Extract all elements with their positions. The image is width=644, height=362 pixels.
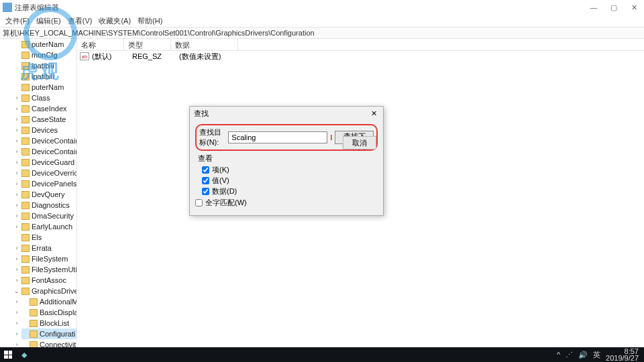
chevron-right-icon[interactable]: › [13,298,20,305]
chevron-right-icon[interactable]: › [13,223,20,230]
tree-node[interactable]: ›FileSystemUtil [21,264,76,275]
tree-node-label: DeviceOverrid [32,169,77,177]
check-wholeword[interactable]: 全字匹配(W) [195,198,378,208]
app-icon [3,3,12,12]
folder-icon [21,159,30,166]
chevron-right-icon[interactable]: › [13,266,20,273]
chevron-right-icon[interactable]: › [13,105,20,112]
cancel-button[interactable]: 取消 [343,136,376,149]
check-keys[interactable]: 项(K) [202,165,378,175]
chevron-down-icon[interactable]: ⌄ [13,288,20,294]
tree-node[interactable]: ›BlockList [21,318,76,328]
tree-node[interactable]: ›FontAssoc [21,275,76,286]
folder-icon [21,245,30,252]
tray-volume-icon[interactable]: 🔊 [578,351,588,359]
chevron-right-icon[interactable]: › [13,127,20,133]
close-button[interactable]: ✕ [624,0,644,15]
chevron-right-icon[interactable]: › [13,137,20,144]
tray-network-icon[interactable]: ⋰ [566,351,573,359]
tree-node[interactable]: monCfg [21,50,76,60]
tree-node[interactable]: ›BasicDispla [21,307,76,318]
menu-favorites[interactable]: 收藏夹(A) [96,15,133,27]
folder-icon [21,223,30,231]
tree-node[interactable]: ipatibili [21,71,76,82]
tree-node[interactable]: ›DeviceContain [21,135,76,146]
tree-node[interactable]: ›AdditionalM [21,296,76,307]
address-text: 算机\HKEY_LOCAL_MACHINE\SYSTEM\ControlSet0… [3,28,315,38]
close-icon[interactable]: ✕ [368,109,379,118]
tree-node[interactable]: ⌄GraphicsDriver [21,286,76,296]
tree-node-label: GraphicsDriver [32,287,77,295]
folder-icon [21,84,30,91]
tree-node[interactable]: ›DeviceGuard [21,157,76,168]
find-target-input[interactable] [228,131,327,143]
chevron-right-icon[interactable]: › [13,116,20,123]
tree-node-label: BlockList [40,319,69,327]
tree-node[interactable]: ›Configurati [21,328,76,339]
tree-node[interactable]: puterNam [21,39,76,50]
chevron-right-icon[interactable]: › [13,191,20,198]
tree-node[interactable]: ›CaseState [21,114,76,125]
tree-node[interactable]: ›DevQuery [21,189,76,200]
tree-node[interactable]: ›Class [21,93,76,103]
col-type[interactable]: 类型 [124,39,171,50]
tree-panel[interactable]: puterNammonCfgipatibiliipatibiliputerNam… [0,39,77,347]
folder-icon [21,277,30,284]
chevron-right-icon[interactable]: › [13,277,20,284]
tray-chevron-icon[interactable]: ^ [557,351,560,359]
tray-ime[interactable]: 英 [593,350,600,360]
check-data[interactable]: 数据(D) [202,186,378,196]
tree-node[interactable]: ipatibili [21,60,76,71]
chevron-right-icon[interactable]: › [13,341,20,347]
folder-icon [21,52,30,59]
tree-node[interactable]: ›DmaSecurity [21,210,76,221]
chevron-right-icon[interactable]: › [13,95,20,101]
tree-node-label: Class [32,94,50,102]
tree-node-label: puterNam [32,40,64,48]
taskbar-app-icon[interactable]: ◆ [16,347,32,362]
tree-node-label: CaseIndex [32,105,67,113]
menu-edit[interactable]: 编辑(E) [34,15,64,27]
tree-node[interactable]: ›Connectivit [21,339,76,347]
folder-icon [21,116,30,123]
tree-node[interactable]: ›Errata [21,243,76,253]
tree-node[interactable]: ›EarlyLaunch [21,221,76,232]
tree-node[interactable]: Els [21,232,76,243]
tray-clock[interactable]: 8:57 2019/9/27 [606,348,639,361]
chevron-right-icon[interactable]: › [13,320,20,326]
tree-node[interactable]: ›FileSystem [21,253,76,264]
chevron-right-icon[interactable]: › [13,245,20,251]
chevron-right-icon[interactable]: › [13,180,20,187]
folder-icon [30,341,38,348]
menu-help[interactable]: 帮助(H) [135,15,165,27]
tree-node[interactable]: ›CaseIndex [21,103,76,114]
chevron-right-icon[interactable]: › [13,202,20,208]
chevron-right-icon[interactable]: › [13,213,20,219]
find-dialog: 查找 ✕ 查找目标(N): I 查找下一个(F) 取消 查看 项(K) 值(V)… [189,106,384,216]
address-bar[interactable]: 算机\HKEY_LOCAL_MACHINE\SYSTEM\ControlSet0… [0,27,644,39]
col-data[interactable]: 数据 [171,39,238,50]
chevron-right-icon[interactable]: › [13,159,20,166]
tree-node[interactable]: ›Devices [21,125,76,135]
chevron-right-icon[interactable]: › [13,330,20,337]
chevron-right-icon[interactable]: › [13,309,20,316]
chevron-right-icon[interactable]: › [13,170,20,176]
col-name[interactable]: 名称 [77,39,124,50]
minimize-button[interactable]: — [584,0,604,15]
maximize-button[interactable]: ▢ [604,0,624,15]
menu-file[interactable]: 文件(F) [3,15,32,27]
tree-node[interactable]: ›DeviceOverrid [21,168,76,178]
cell-name: (默认) [92,52,132,62]
chevron-right-icon[interactable]: › [13,255,20,262]
tree-node[interactable]: ›DeviceContain [21,146,76,157]
menu-view[interactable]: 查看(V) [65,15,95,27]
start-button[interactable] [0,347,16,362]
folder-icon [21,288,30,295]
check-values[interactable]: 值(V) [202,176,378,186]
list-row[interactable]: ab (默认) REG_SZ (数值未设置) [77,51,644,62]
tree-node[interactable]: puterNam [21,82,76,93]
tree-node[interactable]: ›DevicePanels [21,178,76,189]
tree-node[interactable]: ›Diagnostics [21,200,76,210]
chevron-right-icon[interactable]: › [13,148,20,155]
folder-icon [21,41,30,48]
